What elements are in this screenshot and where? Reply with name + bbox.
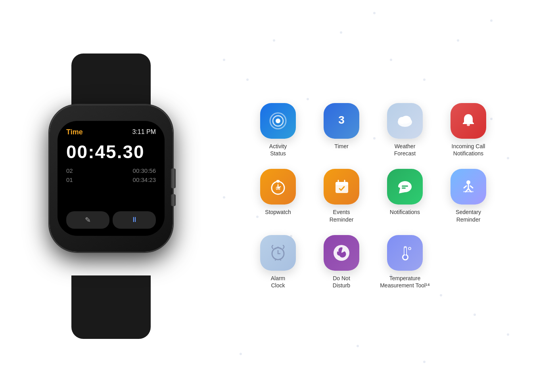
stopwatch-icon-wrapper: 08 [260,169,296,205]
weather-icon-wrapper [387,103,423,139]
svg-point-7 [467,124,470,126]
events-label: EventsReminder [330,208,354,223]
feature-sedentary[interactable]: SedentaryReminder [441,169,496,223]
svg-rect-9 [276,180,280,182]
pause-icon: ⏸ [131,216,138,224]
stopwatch-icon: 08 [268,177,288,197]
events-icon-wrapper [324,169,359,205]
band-bottom [71,275,151,339]
feature-events-reminder[interactable]: EventsReminder [314,169,369,223]
feature-activity-status[interactable]: ActivityStatus [250,103,306,157]
svg-rect-15 [336,182,348,185]
timer-icon: 3 [332,111,351,131]
events-icon [332,177,351,197]
watch-outer: Time 3:11 PM 00:45.30 02 00:30:56 01 00:… [44,54,178,339]
main-display: 00:45.30 [66,141,156,163]
activity-status-icon [268,111,288,131]
pause-button[interactable]: ⏸ [113,211,156,229]
lap2-time: 00:30:56 [133,167,156,174]
crown-button-2[interactable] [171,194,176,206]
timer-label: Timer [334,143,348,150]
time-label: Time [66,128,83,136]
feature-notifications[interactable]: Notifications [377,169,433,223]
alarm-icon [268,243,288,263]
page-container: Time 3:11 PM 00:45.30 02 00:30:56 01 00:… [0,0,556,392]
feature-dnd[interactable]: Do NotDisturb [314,235,369,289]
feature-timer[interactable]: 3 Timer [314,103,369,157]
temperature-icon [395,243,415,263]
features-grid: ActivityStatus 3 Timer [250,103,496,289]
lap1-num: 01 [66,176,73,183]
activity-status-label: ActivityStatus [269,143,287,157]
weather-label: WeatherForecast [394,143,416,157]
feature-incoming-call[interactable]: Incoming CallNotifications [441,103,496,157]
svg-text:08: 08 [276,186,280,191]
notifications-icon-wrapper [387,169,423,205]
svg-point-2 [276,119,280,123]
screen-header: Time 3:11 PM [66,128,156,136]
alarm-icon-wrapper [260,235,296,271]
feature-stopwatch[interactable]: 08 Stopwatch [250,169,306,223]
screen-clock: 3:11 PM [132,128,156,136]
dnd-label: Do NotDisturb [333,275,350,289]
lap-row-1: 01 00:34:23 [66,176,156,183]
feature-temperature[interactable]: TemperatureMeasurement Tool¹⁴ [377,235,433,289]
svg-rect-19 [402,187,406,189]
lap2-num: 02 [66,167,73,174]
notifications-icon [395,177,415,197]
temperature-label: TemperatureMeasurement Tool¹⁴ [380,275,430,289]
svg-rect-28 [405,248,406,255]
sedentary-icon [458,177,478,197]
screen-laps: 02 00:30:56 01 00:34:23 [66,167,156,183]
activity-status-icon-wrapper [260,103,296,139]
sedentary-icon-wrapper [451,169,486,205]
watch-screen: Time 3:11 PM 00:45.30 02 00:30:56 01 00:… [58,121,165,236]
alarm-label: AlarmClock [271,275,286,289]
dnd-icon [332,243,351,263]
svg-point-6 [401,116,411,124]
stopwatch-label: Stopwatch [265,208,291,216]
svg-rect-18 [402,185,408,187]
incoming-call-icon [458,111,478,131]
notifications-label: Notifications [390,208,420,216]
dnd-icon-wrapper [324,235,359,271]
incoming-call-icon-wrapper [451,103,486,139]
crown-button[interactable] [171,168,176,188]
weather-icon [395,111,415,131]
timer-icon-wrapper: 3 [324,103,359,139]
pencil-icon: ✎ [85,216,91,224]
sedentary-label: SedentaryReminder [456,208,481,223]
svg-text:3: 3 [338,114,345,126]
screen-buttons: ✎ ⏸ [66,211,156,229]
svg-point-30 [408,247,411,250]
incoming-call-label: Incoming CallNotifications [452,143,485,157]
feature-alarm[interactable]: AlarmClock [250,235,306,289]
features-section: ActivityStatus 3 Timer [206,0,540,392]
svg-point-29 [403,255,407,259]
watch-section: Time 3:11 PM 00:45.30 02 00:30:56 01 00:… [16,0,206,392]
lap1-time: 00:34:23 [133,176,156,183]
watch-body: Time 3:11 PM 00:45.30 02 00:30:56 01 00:… [50,105,173,252]
lap-row-2: 02 00:30:56 [66,167,156,174]
edit-button[interactable]: ✎ [66,211,109,229]
svg-rect-21 [463,191,474,192]
temperature-icon-wrapper [387,235,423,271]
feature-weather[interactable]: WeatherForecast [377,103,433,157]
